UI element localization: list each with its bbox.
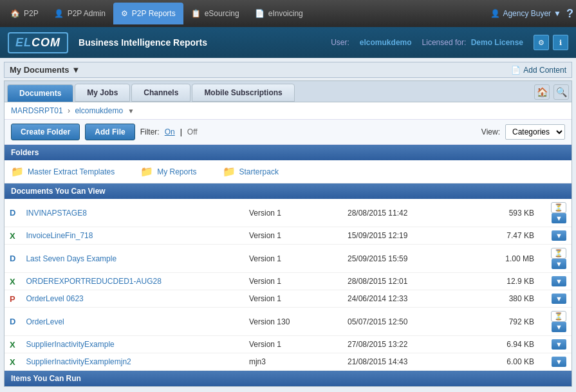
- license-label: Licensed for:: [422, 38, 467, 47]
- doc-size: 6.00 KB: [470, 353, 539, 371]
- nav-tab-p2padmin-label: P2P Admin: [68, 9, 106, 18]
- doc-type-icon: P: [5, 290, 21, 308]
- doc-type-icon: X: [5, 336, 21, 353]
- add-file-button[interactable]: Add File: [85, 124, 135, 140]
- doc-dropdown-button[interactable]: ▼: [552, 213, 566, 223]
- folder-item-myreports[interactable]: 📁 My Reports: [140, 165, 196, 178]
- doc-type-icon: X: [5, 227, 21, 245]
- my-docs-label[interactable]: My Documents ▼: [10, 65, 80, 75]
- tab-mobile-subscriptions[interactable]: Mobile Subscriptions: [192, 84, 294, 102]
- history-button[interactable]: ⏳: [551, 248, 566, 259]
- doc-date: 28/08/2015 11:42: [342, 199, 470, 227]
- my-docs-toolbar: My Documents ▼ 📄 Add Content: [4, 62, 572, 78]
- p2p-icon: 🏠: [10, 9, 20, 18]
- doc-size: 12.9 KB: [470, 273, 539, 290]
- doc-name[interactable]: SupplierInactivityExamplemjn2: [21, 353, 244, 371]
- doc-name[interactable]: SupplierInactivityExample: [21, 336, 244, 353]
- xls-icon: X: [10, 231, 15, 241]
- doc-actions: ▼: [539, 353, 571, 371]
- nav-tab-p2preports[interactable]: ⚙ P2P Reports: [113, 3, 183, 24]
- tab-myjobs[interactable]: My Jobs: [75, 84, 130, 102]
- documents-table: D INVINAPSTAGE8 Version 1 28/08/2015 11:…: [5, 199, 571, 371]
- doc-name[interactable]: InvoiceLineFin_718: [21, 227, 244, 245]
- search-tab-icon[interactable]: 🔍: [553, 84, 569, 100]
- history-button[interactable]: ⏳: [551, 311, 566, 322]
- toolbar-row: Create Folder Add File Filter: On | Off …: [5, 120, 571, 145]
- doc-dropdown-button[interactable]: ▼: [552, 259, 566, 269]
- breadcrumb-arrow[interactable]: ▼: [127, 107, 134, 115]
- home-tab-icon[interactable]: 🏠: [534, 84, 550, 100]
- doc-dropdown-button[interactable]: ▼: [552, 276, 566, 286]
- license-info: Licensed for: Demo License: [422, 38, 523, 47]
- breadcrumb-child[interactable]: elcomukdemo: [75, 106, 123, 115]
- table-row: D OrderLevel Version 130 05/07/2015 12:5…: [5, 308, 571, 336]
- doc-dropdown-button[interactable]: ▼: [552, 230, 566, 241]
- tab-documents[interactable]: Documents: [7, 84, 73, 102]
- doc-date: 15/09/2015 12:19: [342, 227, 470, 245]
- my-docs-arrow: ▼: [71, 65, 80, 75]
- info-icon-btn[interactable]: ℹ: [553, 35, 568, 50]
- doc-name[interactable]: OrderLevel: [21, 308, 244, 336]
- filter-off-link[interactable]: Off: [187, 127, 198, 136]
- nav-tab-einvoicing[interactable]: 📄 eInvoicing: [247, 3, 311, 24]
- help-button[interactable]: ?: [566, 7, 573, 21]
- add-content-button[interactable]: 📄 Add Content: [511, 66, 566, 75]
- nav-tab-p2p[interactable]: 🏠 P2P: [3, 3, 46, 24]
- filter-sep: |: [180, 127, 182, 136]
- main-panel: MARDSRPT01 › elcomukdemo ▼ Create Folder…: [4, 102, 572, 387]
- doc-version: Version 1: [244, 227, 342, 245]
- doc-date: 21/08/2015 14:43: [342, 353, 470, 371]
- p2padmin-icon: 👤: [54, 9, 64, 18]
- doc-name[interactable]: Last Seven Days Example: [21, 245, 244, 273]
- table-row: X InvoiceLineFin_718 Version 1 15/09/201…: [5, 227, 571, 245]
- doc-name[interactable]: OrderLevel 0623: [21, 290, 244, 308]
- history-button[interactable]: ⏳: [551, 202, 566, 213]
- items-section-header: Items You Can Run: [5, 371, 571, 386]
- content-area: My Documents ▼ 📄 Add Content Documents M…: [0, 58, 576, 392]
- doc-name[interactable]: INVINAPSTAGE8: [21, 199, 244, 227]
- doc-dropdown-button[interactable]: ▼: [552, 322, 566, 332]
- doc-icon: D: [10, 317, 15, 326]
- doc-icon: D: [10, 254, 15, 263]
- view-select[interactable]: Categories List: [505, 124, 565, 140]
- license-name: Demo License: [471, 38, 523, 47]
- doc-name[interactable]: ORDEREXPORTREDUCDED1-AUG28: [21, 273, 244, 290]
- filter-on-link[interactable]: On: [165, 127, 175, 136]
- doc-size: 593 KB: [470, 199, 539, 227]
- breadcrumb: MARDSRPT01 › elcomukdemo ▼: [5, 102, 571, 120]
- nav-tab-einvoicing-label: eInvoicing: [268, 9, 303, 18]
- table-row: D INVINAPSTAGE8 Version 1 28/08/2015 11:…: [5, 199, 571, 227]
- doc-version: Version 1: [244, 336, 342, 353]
- doc-date: 27/08/2015 13:22: [342, 336, 470, 353]
- agency-buyer-label: Agency Buyer: [503, 9, 551, 18]
- doc-type-icon: X: [5, 353, 21, 371]
- view-label: View:: [481, 127, 500, 136]
- breadcrumb-root[interactable]: MARDSRPT01: [11, 106, 63, 115]
- doc-type-icon: D: [5, 308, 21, 336]
- nav-tab-esourcing[interactable]: 📋 eSourcing: [183, 3, 247, 24]
- header-title: Business Intelligence Reports: [79, 37, 321, 48]
- documents-section-header: Documents You Can View: [5, 183, 571, 199]
- folder-item-master[interactable]: 📁 Master Extract Templates: [11, 165, 115, 178]
- doc-actions: ▼: [539, 290, 571, 308]
- doc-actions: ⏳ ▼: [539, 245, 571, 273]
- doc-date: 25/09/2015 15:59: [342, 245, 470, 273]
- xls-icon: X: [10, 357, 15, 367]
- tab-icons: 🏠 🔍: [534, 84, 569, 101]
- doc-dropdown-button[interactable]: ▼: [552, 339, 566, 350]
- doc-version: Version 130: [244, 308, 342, 336]
- user-info: User: elcomukdemo: [331, 38, 411, 47]
- agency-buyer-menu[interactable]: 👤 Agency Buyer ▼: [490, 9, 561, 18]
- doc-dropdown-button[interactable]: ▼: [552, 294, 566, 304]
- folder-item-starterpack[interactable]: 📁 Starterpack: [223, 165, 279, 178]
- doc-version: Version 1: [244, 245, 342, 273]
- user-icon: 👤: [490, 9, 500, 18]
- nav-tab-p2padmin[interactable]: 👤 P2P Admin: [46, 3, 113, 24]
- doc-dropdown-button[interactable]: ▼: [552, 357, 566, 367]
- create-folder-button[interactable]: Create Folder: [11, 124, 80, 140]
- folder-icon-myreports: 📁: [140, 165, 153, 178]
- tab-channels[interactable]: Channels: [131, 84, 190, 102]
- doc-type-icon: D: [5, 245, 21, 273]
- settings-icon-btn[interactable]: ⚙: [534, 35, 549, 50]
- doc-size: 6.94 KB: [470, 336, 539, 353]
